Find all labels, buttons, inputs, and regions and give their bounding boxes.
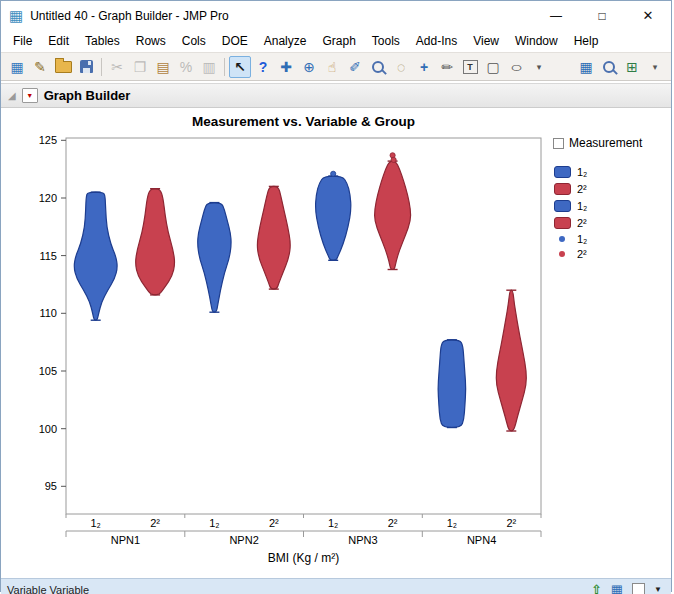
menu-item-help[interactable]: Help bbox=[566, 32, 607, 50]
status-dropdown-arrow-icon[interactable]: ▼ bbox=[654, 583, 662, 594]
x-group-label[interactable]: NPN2 bbox=[229, 534, 258, 546]
toolbar-window-manager[interactable]: ⊞ bbox=[621, 56, 643, 78]
toolbar-tools-overflow[interactable]: ▾ bbox=[528, 56, 550, 78]
y-tick-label[interactable]: 125 bbox=[39, 134, 57, 146]
menu-item-tables[interactable]: Tables bbox=[77, 32, 128, 50]
x-sub-label[interactable]: 1₂ bbox=[91, 517, 101, 529]
violin-npn2-1[interactable] bbox=[198, 203, 231, 313]
toolbar-recode[interactable]: % bbox=[175, 56, 197, 78]
legend-swatch-red bbox=[554, 183, 571, 195]
y-tick-label[interactable]: 110 bbox=[39, 307, 57, 319]
toolbar-scribble-tool[interactable]: ✏ bbox=[436, 56, 458, 78]
x-group-label[interactable]: NPN1 bbox=[111, 534, 140, 546]
oval-tool-icon: ○ bbox=[510, 59, 523, 75]
y-tick-label[interactable]: 100 bbox=[39, 423, 57, 435]
toolbar-polygon-tool[interactable]: ▢ bbox=[482, 56, 504, 78]
menu-item-tools[interactable]: Tools bbox=[364, 32, 408, 50]
toolbar-brush-tool[interactable]: ✐ bbox=[344, 56, 366, 78]
status-data-grid-icon[interactable]: ▦ bbox=[611, 583, 623, 594]
magnifier-tool-icon bbox=[372, 61, 384, 73]
toolbar-web-tool[interactable]: ⊕ bbox=[298, 56, 320, 78]
legend-swatch-blue bbox=[554, 166, 571, 178]
toolbar-open[interactable] bbox=[52, 56, 74, 78]
legend-entry[interactable]: 2² bbox=[553, 214, 642, 231]
toolbar-selection-tool[interactable]: ✚ bbox=[275, 56, 297, 78]
show-data-table-icon: ▦ bbox=[579, 59, 592, 75]
minimize-button[interactable]: — bbox=[533, 1, 579, 30]
x-sub-label[interactable]: 1₂ bbox=[447, 517, 457, 529]
toolbar-search-tables[interactable] bbox=[598, 56, 620, 78]
violin-npn4-1[interactable] bbox=[438, 340, 466, 428]
annotate-tool-icon: T bbox=[463, 60, 478, 74]
x-axis-title[interactable]: BMI (Kg / m²) bbox=[66, 551, 541, 565]
y-tick-label[interactable]: 115 bbox=[39, 250, 57, 262]
menu-item-view[interactable]: View bbox=[465, 32, 507, 50]
close-button[interactable]: ✕ bbox=[625, 1, 671, 30]
menu-item-edit[interactable]: Edit bbox=[40, 32, 77, 50]
toolbar-clear[interactable]: ▥ bbox=[198, 56, 220, 78]
toolbar-arrow-tool[interactable]: ↖ bbox=[229, 56, 251, 78]
x-sub-label[interactable]: 1₂ bbox=[209, 517, 219, 529]
toolbar-separator bbox=[224, 58, 225, 76]
toolbar-show-data-table[interactable]: ▦ bbox=[575, 56, 597, 78]
x-sub-label[interactable]: 1₂ bbox=[328, 517, 338, 529]
menu-item-analyze[interactable]: Analyze bbox=[256, 32, 315, 50]
toolbar-crosshair-tool[interactable]: + bbox=[413, 56, 435, 78]
outlier-point[interactable] bbox=[391, 157, 396, 162]
status-checkbox[interactable] bbox=[632, 583, 645, 594]
toolbar-magnifier-tool[interactable] bbox=[367, 56, 389, 78]
menu-item-window[interactable]: Window bbox=[507, 32, 566, 50]
y-tick-label[interactable]: 95 bbox=[45, 480, 57, 492]
toolbar-grabber-tool[interactable]: ☝ bbox=[321, 56, 343, 78]
x-sub-label[interactable]: 2² bbox=[150, 517, 160, 529]
toolbar-copy[interactable]: ❐ bbox=[129, 56, 151, 78]
violin-npn1-1[interactable] bbox=[74, 192, 117, 320]
toolbar-help-tool[interactable]: ? bbox=[252, 56, 274, 78]
toolbar-oval-tool[interactable]: ○ bbox=[505, 56, 527, 78]
violin-npn4-2[interactable] bbox=[496, 290, 526, 431]
legend-entry[interactable]: 1₂ bbox=[553, 231, 642, 246]
toolbar-toolbar-options[interactable]: ▾ bbox=[644, 56, 666, 78]
menu-item-cols[interactable]: Cols bbox=[174, 32, 214, 50]
legend-entry[interactable]: 2² bbox=[553, 246, 642, 261]
x-sub-label[interactable]: 2² bbox=[388, 517, 398, 529]
menu-item-graph[interactable]: Graph bbox=[314, 32, 363, 50]
toolbar-paste[interactable]: ▤ bbox=[152, 56, 174, 78]
save-icon bbox=[80, 60, 93, 73]
x-group-label[interactable]: NPN3 bbox=[348, 534, 377, 546]
menu-item-file[interactable]: File bbox=[5, 32, 40, 50]
x-group-label[interactable]: NPN4 bbox=[467, 534, 496, 546]
arrow-tool-icon: ↖ bbox=[234, 59, 246, 75]
y-tick-label[interactable]: 105 bbox=[39, 365, 57, 377]
toolbar-save[interactable] bbox=[75, 56, 97, 78]
violin-npn2-2[interactable] bbox=[257, 186, 290, 289]
menu-item-add-ins[interactable]: Add-Ins bbox=[408, 32, 465, 50]
legend-properties-icon[interactable] bbox=[553, 138, 564, 149]
toolbar-lasso-tool[interactable]: ◌ bbox=[390, 56, 412, 78]
y-tick-label[interactable]: 120 bbox=[39, 192, 57, 204]
status-move-up-icon[interactable]: ⇧ bbox=[591, 583, 602, 594]
legend-entry[interactable]: 2² bbox=[553, 180, 642, 197]
menu-item-rows[interactable]: Rows bbox=[128, 32, 174, 50]
maximize-button[interactable]: □ bbox=[579, 1, 625, 30]
toolbar-cut[interactable]: ✂ bbox=[106, 56, 128, 78]
outlier-point[interactable] bbox=[331, 171, 336, 176]
legend-entry[interactable]: 1₂ bbox=[553, 163, 642, 180]
menu-bar: FileEditTablesRowsColsDOEAnalyzeGraphToo… bbox=[1, 30, 671, 52]
red-triangle-menu-button[interactable]: ▼ bbox=[22, 88, 38, 103]
violin-npn3-1[interactable] bbox=[316, 176, 351, 260]
toolbar-new-script[interactable]: ✎ bbox=[29, 56, 51, 78]
violin-npn3-2[interactable] bbox=[375, 161, 411, 269]
status-bar: Variable Variable ⇧▦▼ bbox=[1, 578, 671, 594]
toolbar-new-data-table[interactable]: ▦ bbox=[6, 56, 28, 78]
legend-entry[interactable]: 1₂ bbox=[553, 197, 642, 214]
violin-npn1-2[interactable] bbox=[136, 189, 175, 295]
legend-title: Measurement bbox=[569, 136, 642, 150]
legend-label: 2² bbox=[577, 183, 587, 195]
x-sub-label[interactable]: 2² bbox=[506, 517, 516, 529]
toolbar-annotate-tool[interactable]: T bbox=[459, 56, 481, 78]
menu-item-doe[interactable]: DOE bbox=[214, 32, 256, 50]
disclosure-icon[interactable]: ◢ bbox=[8, 90, 16, 101]
x-sub-label[interactable]: 2² bbox=[269, 517, 279, 529]
app-window: ▦ Untitled 40 - Graph Builder - JMP Pro … bbox=[0, 0, 672, 592]
